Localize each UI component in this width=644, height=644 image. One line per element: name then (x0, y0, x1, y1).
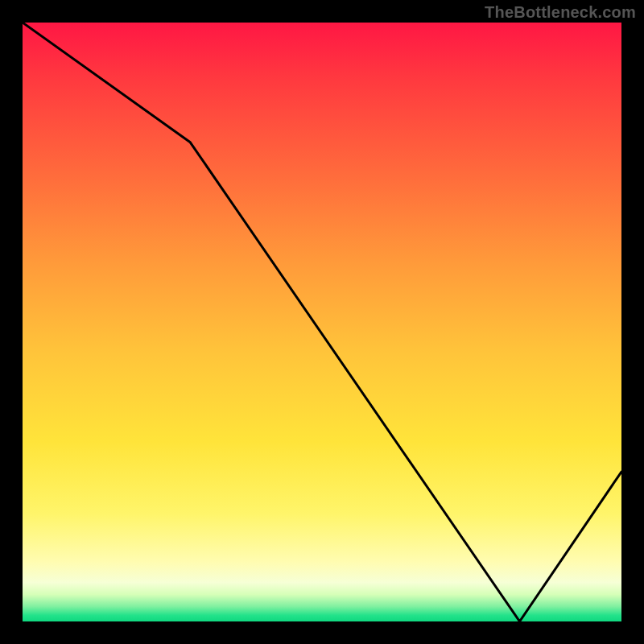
gradient-background (23, 23, 621, 621)
plot-area (23, 23, 621, 621)
chart-svg (23, 23, 621, 621)
watermark-text: TheBottleneck.com (485, 3, 636, 22)
chart-container: TheBottleneck.com (0, 0, 644, 644)
